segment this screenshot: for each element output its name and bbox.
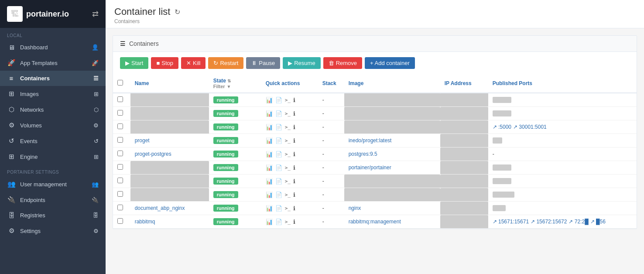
row-checkbox[interactable] [117, 164, 123, 170]
container-image[interactable]: a█████████████ [344, 175, 440, 188]
sidebar-item-registries[interactable]: 🗄 Registries 🗄 [0, 208, 106, 223]
container-image[interactable]: ████████ [344, 93, 440, 107]
container-image[interactable]: postgres:9.5 [344, 147, 440, 161]
stats-icon[interactable]: 📊 [266, 137, 273, 144]
sidebar-item-dashboard[interactable]: 🖥 Dashboard 👤 [0, 40, 106, 55]
container-image[interactable]: inedo/proget:latest [344, 134, 440, 147]
pause-button[interactable]: ⏸ Pause [246, 57, 280, 69]
stats-icon[interactable]: 📊 [266, 151, 273, 158]
logs-icon[interactable]: 📄 [275, 137, 282, 144]
sidebar-item-networks[interactable]: ⬡ Networks ⬡ [0, 102, 106, 117]
stop-button[interactable]: ■ Stop [151, 57, 178, 69]
row-checkbox[interactable] [117, 96, 123, 102]
console-icon[interactable]: >_ [285, 165, 291, 171]
sidebar-item-engine[interactable]: ⊞ Engine ⊞ [0, 149, 106, 164]
container-name[interactable]: proget-postgres [130, 147, 209, 161]
restart-button[interactable]: ↻ Restart [208, 57, 243, 69]
container-image[interactable]: nginx [344, 202, 440, 215]
row-checkbox[interactable] [117, 191, 123, 197]
info-icon[interactable]: ℹ [293, 137, 295, 144]
console-icon[interactable]: >_ [285, 111, 291, 116]
row-checkbox[interactable] [117, 110, 123, 116]
remove-button[interactable]: 🗑 Remove [323, 57, 362, 69]
stats-icon[interactable]: 📊 [266, 110, 273, 117]
state-sort-icon[interactable]: ⇅ [227, 79, 231, 83]
stats-icon[interactable]: 📊 [266, 219, 273, 225]
info-icon[interactable]: ℹ [293, 110, 295, 117]
container-name[interactable]: ████████ [130, 93, 209, 107]
resume-button[interactable]: ▶ Resume [283, 57, 320, 69]
sidebar-item-events[interactable]: ↺ Events ↺ [0, 133, 106, 149]
console-icon[interactable]: >_ [285, 206, 291, 211]
port-link[interactable]: ↗ 15671:15671 [493, 219, 529, 225]
info-icon[interactable]: ℹ [293, 219, 295, 225]
container-name[interactable]: a█████████ [130, 107, 209, 120]
container-image[interactable]: ████████████ █ [344, 188, 440, 202]
sidebar-item-containers[interactable]: ≡ Containers ☰ [0, 71, 106, 86]
port-link[interactable]: ↗ :9000 [493, 164, 511, 171]
stats-icon[interactable]: 📊 [266, 124, 273, 130]
info-icon[interactable]: ℹ [293, 178, 295, 185]
col-ports[interactable]: Published Ports [488, 74, 637, 93]
add-container-button[interactable]: + Add container [365, 57, 415, 69]
refresh-icon[interactable]: ↻ [175, 8, 180, 16]
kill-button[interactable]: ✕ Kill [181, 57, 206, 69]
port-link[interactable]: ↗ █56 [590, 219, 606, 225]
row-checkbox[interactable] [117, 178, 123, 183]
logs-icon[interactable]: 📄 [275, 164, 282, 171]
port-link[interactable]: ↗ 30001:5001 [513, 124, 547, 130]
sidebar-item-images[interactable]: ⊞ Images ⊞ [0, 86, 106, 102]
row-checkbox[interactable] [117, 137, 123, 143]
port-link[interactable]: ↗ :80 [493, 205, 506, 211]
console-icon[interactable]: >_ [285, 178, 291, 184]
info-icon[interactable]: ℹ [293, 97, 295, 103]
sidebar-item-endpoints[interactable]: 🔌 Endpoints 🔌 [0, 192, 106, 208]
col-image[interactable]: Image [344, 74, 440, 93]
col-ip[interactable]: IP Address [440, 74, 488, 93]
port-link[interactable]: ↗ 15672:15672 [531, 219, 567, 225]
stats-icon[interactable]: 📊 [266, 205, 273, 212]
row-checkbox[interactable] [117, 205, 123, 210]
port-link[interactable]: ↗ :5000 [493, 124, 511, 130]
port-link[interactable]: ↗ :5000 [493, 97, 511, 103]
col-name[interactable]: Name [130, 74, 209, 93]
logs-icon[interactable]: 📄 [275, 151, 282, 158]
container-name[interactable]: ██████████ [130, 188, 209, 202]
logs-icon[interactable]: 📄 [275, 97, 282, 103]
logs-icon[interactable]: 📄 [275, 219, 282, 225]
logs-icon[interactable]: 📄 [275, 124, 282, 130]
container-name[interactable]: document_abp_nginx [130, 202, 209, 215]
info-icon[interactable]: ℹ [293, 205, 295, 212]
stats-icon[interactable]: 📊 [266, 164, 273, 171]
logs-icon[interactable]: 📄 [275, 178, 282, 185]
port-link[interactable]: ↗ :5000 [493, 110, 511, 116]
container-name[interactable]: proget [130, 134, 209, 147]
row-checkbox[interactable] [117, 218, 123, 224]
info-icon[interactable]: ℹ [293, 164, 295, 171]
logs-icon[interactable]: 📄 [275, 205, 282, 212]
row-checkbox[interactable] [117, 151, 123, 156]
stats-icon[interactable]: 📊 [266, 178, 273, 185]
row-checkbox[interactable] [117, 123, 123, 129]
sidebar-item-settings[interactable]: ⚙ Settings ⚙ [0, 223, 106, 239]
logs-icon[interactable]: 📄 [275, 110, 282, 117]
col-stack[interactable]: Stack [318, 74, 344, 93]
info-icon[interactable]: ℹ [293, 192, 295, 198]
select-all-checkbox[interactable] [117, 80, 123, 86]
stats-icon[interactable]: 📊 [266, 97, 273, 103]
logs-icon[interactable]: 📄 [275, 192, 282, 198]
console-icon[interactable]: >_ [285, 97, 291, 103]
console-icon[interactable]: >_ [285, 124, 291, 130]
console-icon[interactable]: >_ [285, 151, 291, 157]
sidebar-item-volumes[interactable]: ⚙ Volumes ⚙ [0, 117, 106, 133]
endpoint-switcher-icon[interactable]: ⇄ [92, 9, 99, 19]
port-link[interactable]: ↗ :5000 [493, 178, 511, 184]
console-icon[interactable]: >_ [285, 192, 291, 198]
container-image[interactable]: █████████████ [344, 120, 440, 134]
filter-icon[interactable]: ▼ [227, 84, 231, 89]
col-state[interactable]: State ⇅ Filter ▼ [209, 74, 261, 93]
container-name[interactable]: ██████ ████ [130, 161, 209, 175]
console-icon[interactable]: >_ [285, 219, 291, 225]
container-image[interactable]: portainer/portainer [344, 161, 440, 175]
sidebar-item-user-management[interactable]: 👥 User management 👥 [0, 176, 106, 192]
